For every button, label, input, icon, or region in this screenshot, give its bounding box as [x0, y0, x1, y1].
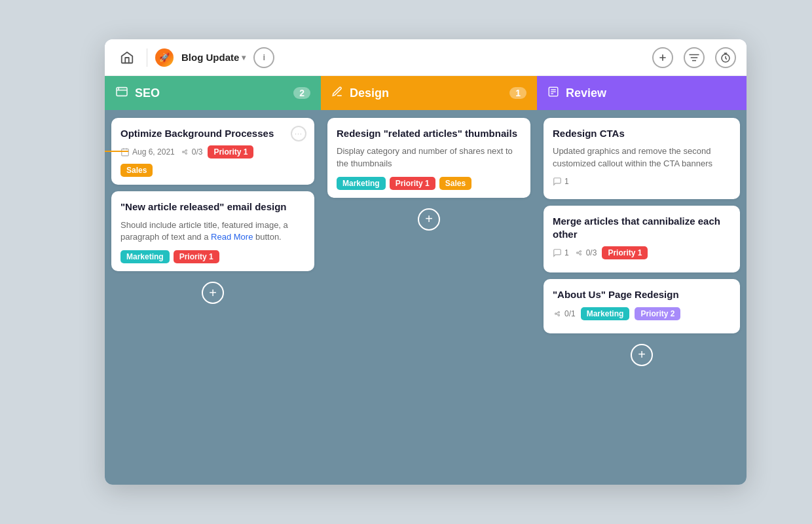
info-button[interactable]: i — [253, 47, 274, 68]
subtask-count: 0/1 — [553, 309, 576, 318]
svg-line-31 — [557, 314, 558, 314]
project-name-button[interactable]: Blog Update ▾ — [181, 52, 246, 63]
column-design: Design 1 Redesign "related articles" thu… — [321, 76, 537, 485]
priority1-tag: Priority 1 — [390, 177, 435, 190]
card-meta: Aug 6, 2021 0/3 Priority 1 — [120, 145, 305, 159]
column-design-header: Design 1 — [321, 76, 537, 110]
card-title: "New article released" email design — [120, 200, 305, 214]
design-icon — [331, 86, 343, 101]
badge-connector — [105, 151, 128, 152]
project-logo: 🚀 — [155, 48, 174, 67]
kanban-board: SEO 2 2 ··· Optimize Background Processe… — [105, 76, 747, 485]
card-redesign-ctas: Redesign CTAs Updated graphics and remov… — [544, 118, 740, 199]
svg-line-17 — [184, 153, 185, 153]
design-title: Design — [350, 86, 503, 100]
card-desc: Updated graphics and remove the second c… — [553, 145, 731, 170]
card-redesign-thumbnails: Redesign "related articles" thumbnails D… — [327, 118, 530, 198]
comment-number: 1 — [564, 177, 569, 186]
svg-point-24 — [580, 254, 581, 255]
card-title: "About Us" Page Redesign — [553, 288, 731, 301]
card-meta: 1 0/3 Priority 1 — [553, 246, 731, 259]
design-column-body: Redesign "related articles" thumbnails D… — [321, 110, 537, 485]
subtask-count: 0/3 — [574, 248, 597, 257]
seo-add-area: + — [111, 278, 314, 307]
svg-line-16 — [184, 151, 185, 152]
info-icon: i — [263, 52, 266, 62]
card-meta: 1 — [553, 177, 731, 186]
card-desc: Should include article title, featured i… — [120, 219, 305, 244]
priority1-tag: Priority 1 — [174, 250, 219, 263]
card-desc: Display category and number of shares ne… — [337, 145, 521, 170]
svg-point-22 — [576, 252, 578, 253]
column-review: Review Redesign CTAs Updated graphics an… — [537, 76, 747, 485]
header-divider — [147, 48, 147, 67]
svg-point-13 — [182, 151, 183, 153]
card-tags: Sales — [120, 164, 305, 177]
card-merge-articles: Merge articles that cannibalize each oth… — [544, 206, 740, 273]
comment-count: 1 — [553, 177, 569, 186]
header-right — [652, 47, 736, 68]
project-name-label: Blog Update — [181, 52, 239, 63]
svg-point-14 — [185, 150, 187, 151]
seo-count: 2 — [293, 87, 310, 99]
seo-column-body: 2 ··· Optimize Background Processes Aug … — [105, 110, 321, 485]
seo-add-button[interactable]: + — [202, 282, 224, 304]
card-about-us-redesign: "About Us" Page Redesign 0/1 Marketing P… — [544, 279, 740, 333]
svg-point-23 — [580, 251, 581, 252]
sales-tag: Sales — [120, 164, 153, 177]
svg-line-26 — [578, 253, 580, 254]
read-more-link[interactable]: Read More — [211, 232, 253, 242]
review-icon — [547, 86, 559, 101]
svg-rect-6 — [117, 87, 127, 96]
priority-tag: Priority 1 — [208, 145, 253, 159]
review-add-area: + — [544, 340, 740, 369]
seo-icon — [115, 86, 128, 100]
review-add-button[interactable]: + — [631, 344, 653, 366]
svg-point-29 — [558, 314, 559, 316]
card-optimize-background: 2 ··· Optimize Background Processes Aug … — [111, 118, 314, 185]
app-window: 🚀 Blog Update ▾ i — [105, 39, 747, 485]
card-title: Redesign CTAs — [553, 127, 731, 140]
marketing-tag: Marketing — [337, 177, 386, 190]
column-seo: SEO 2 2 ··· Optimize Background Processe… — [105, 76, 321, 485]
svg-point-28 — [558, 311, 559, 312]
comment-count: 1 — [553, 248, 569, 257]
card-title: Optimize Background Processes — [120, 127, 305, 140]
chevron-down-icon: ▾ — [242, 53, 246, 62]
svg-point-27 — [555, 313, 557, 314]
column-seo-header: SEO 2 — [105, 76, 321, 110]
sales-tag: Sales — [439, 177, 471, 190]
card-subtasks: 0/3 — [180, 147, 203, 157]
priority2-tag: Priority 2 — [635, 307, 680, 320]
svg-line-30 — [557, 312, 558, 313]
filter-button[interactable] — [684, 47, 705, 68]
card-title: Merge articles that cannibalize each oth… — [553, 215, 731, 242]
header: 🚀 Blog Update ▾ i — [105, 39, 747, 76]
svg-point-15 — [185, 153, 187, 154]
add-button[interactable] — [652, 47, 673, 68]
svg-line-25 — [578, 252, 580, 253]
header-left: 🚀 Blog Update ▾ i — [115, 46, 644, 69]
priority1-tag: Priority 1 — [602, 246, 648, 259]
review-title: Review — [566, 86, 736, 100]
card-tags: Marketing Priority 1 — [120, 250, 305, 263]
timer-button[interactable] — [715, 47, 736, 68]
marketing-tag: Marketing — [581, 307, 630, 320]
home-button[interactable] — [115, 46, 139, 69]
card-email-design: "New article released" email design Shou… — [111, 191, 314, 271]
card-menu-button[interactable]: ··· — [291, 126, 306, 141]
card-date: Aug 6, 2021 — [120, 147, 175, 157]
card-tags: Marketing Priority 1 Sales — [337, 177, 521, 190]
marketing-tag: Marketing — [120, 250, 170, 263]
design-add-button[interactable]: + — [418, 208, 440, 231]
card-meta: 0/1 Marketing Priority 2 — [553, 307, 731, 320]
design-count: 1 — [509, 87, 526, 99]
seo-title: SEO — [135, 86, 287, 100]
review-column-body: Redesign CTAs Updated graphics and remov… — [537, 110, 747, 485]
design-add-area: + — [327, 204, 530, 233]
card-title: Redesign "related articles" thumbnails — [337, 127, 521, 140]
column-review-header: Review — [537, 76, 747, 110]
